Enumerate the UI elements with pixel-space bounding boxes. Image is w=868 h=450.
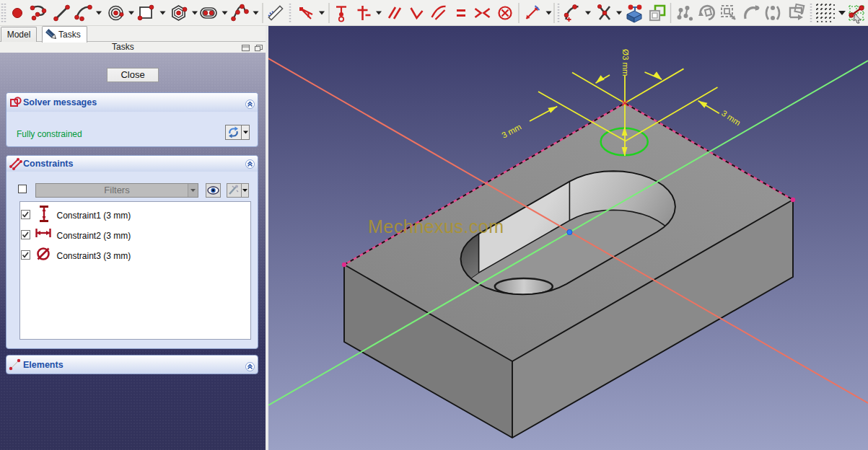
svg-text:3 mm: 3 mm bbox=[720, 109, 742, 128]
svg-text:Ø3 mm: Ø3 mm bbox=[621, 49, 630, 76]
svg-text:3 mm: 3 mm bbox=[500, 123, 522, 140]
